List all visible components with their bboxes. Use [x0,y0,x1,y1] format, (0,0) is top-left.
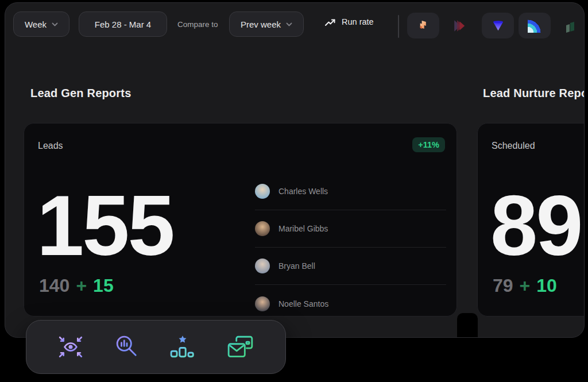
avatar [255,221,270,236]
delta-value: 10 [536,275,557,296]
page: Week Feb 28 - Mar 4 Compare to Prev week… [0,0,588,382]
scheduled-value: 89 [490,183,582,268]
toolbar-divider [398,15,399,38]
avatar [255,258,270,273]
date-range-label: Feb 28 - Mar 4 [95,20,151,29]
blue-funnel-icon [492,19,505,32]
floating-toolbar [26,320,286,374]
red-chevrons-icon [453,19,467,33]
person-name: Charles Wells [278,187,328,196]
blue-funnel-app-button[interactable] [482,13,514,38]
leads-people-list: Charles Wells Maribel Gibbs Bryan Bell N… [255,173,446,316]
person-name: Noelle Santos [278,299,328,308]
leads-comparison: 140 + 15 [39,275,114,296]
mail-campaigns-icon [227,335,254,359]
lead-gen-heading: Lead Gen Reports [30,87,131,100]
green-bars-icon [564,21,577,33]
compare-dropdown[interactable]: Prev week [229,11,304,37]
scheduled-comparison: 79 + 10 [493,275,557,296]
list-item[interactable]: Bryan Bell [255,248,446,285]
green-bars-app-button[interactable] [563,20,578,34]
compare-value: Prev week [241,20,281,29]
search-analytics-button[interactable] [115,335,139,359]
leads-value: 155 [37,183,173,268]
previous-value: 79 [493,275,513,296]
scheduled-card: Scheduled 89 79 + 10 [477,123,585,317]
mail-campaigns-button[interactable] [227,335,254,359]
person-name: Maribel Gibbs [278,224,328,233]
red-chevrons-app-button[interactable] [452,18,468,34]
period-label: Week [25,20,47,29]
blue-arcs-app-button[interactable] [519,13,551,38]
leads-card-title: Leads [38,141,63,151]
leaderboard-button[interactable] [169,335,196,359]
run-rate-label: Run rate [342,17,374,26]
leaderboard-icon [169,335,196,359]
plus-sign: + [76,275,87,296]
lead-nurture-heading: Lead Nurture Reports [483,87,585,100]
chevron-down-icon [52,22,58,26]
list-item[interactable]: Maribel Gibbs [255,210,446,248]
search-analytics-icon [115,335,139,359]
dashboard-window: Week Feb 28 - Mar 4 Compare to Prev week… [5,2,585,338]
avatar [255,296,270,311]
period-dropdown[interactable]: Week [13,11,69,37]
list-item[interactable]: Charles Wells [255,173,446,210]
focus-eye-icon [57,335,84,359]
section-gutter [457,313,478,338]
trend-arrow-icon [324,17,336,27]
growth-badge: +11% [412,137,445,152]
person-name: Bryan Bell [278,261,315,271]
leads-card: Leads +11% 155 140 + 15 Charles Wells Ma… [24,123,457,317]
orange-blocks-icon [417,19,430,32]
avatar [255,184,270,199]
scheduled-card-title: Scheduled [492,141,535,151]
orange-blocks-app-button[interactable] [407,13,439,38]
compare-to-label: Compare to [177,20,218,29]
list-item[interactable]: Noelle Santos [255,285,446,316]
delta-value: 15 [93,275,114,296]
date-range-button[interactable]: Feb 28 - Mar 4 [79,11,167,37]
previous-value: 140 [39,275,69,296]
blue-arcs-icon [528,19,541,33]
focus-eye-button[interactable] [57,335,84,359]
chevron-down-icon [286,22,292,26]
plus-sign: + [520,275,531,296]
run-rate-toggle[interactable]: Run rate [324,17,374,27]
